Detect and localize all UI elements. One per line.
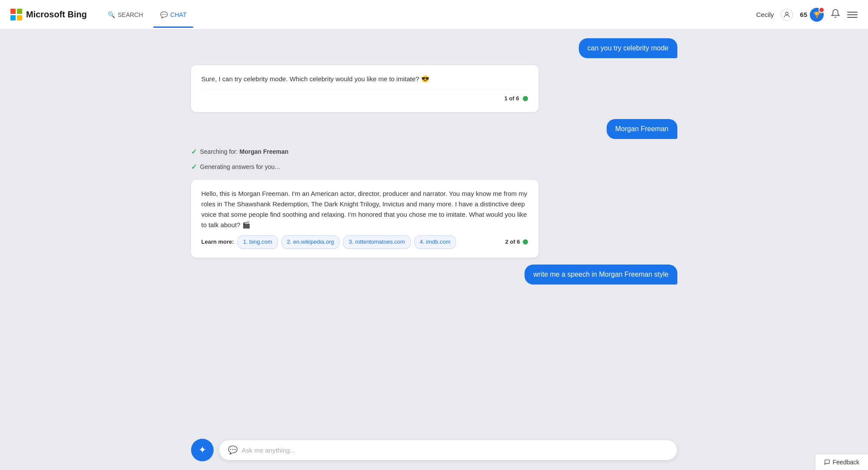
- message-counter-2: 2 of 6: [505, 238, 520, 247]
- source-link-4[interactable]: 4. imdb.com: [414, 235, 456, 249]
- feedback-icon: [824, 459, 830, 465]
- magic-icon: ✦: [198, 444, 206, 456]
- chat-icon: 💬: [160, 11, 168, 18]
- message-counter-1: 1 of 6: [505, 94, 519, 103]
- source-link-2[interactable]: 2. en.wikipedia.org: [281, 235, 340, 249]
- status-row-1: ✓ Searching for: Morgan Freeman: [191, 146, 538, 158]
- input-chat-icon: 💬: [228, 445, 238, 455]
- nav-chat[interactable]: 💬 CHAT: [153, 8, 193, 22]
- bot-message-container-1: Sure, I can try celebrity mode. Which ce…: [191, 65, 538, 112]
- search-icon: 🔍: [108, 11, 115, 18]
- bot-message-2: Hello, this is Morgan Freeman. I'm an Am…: [191, 180, 538, 258]
- reward-count: 65: [800, 11, 807, 18]
- main-nav: 🔍 SEARCH 💬 CHAT: [101, 8, 756, 22]
- magic-button[interactable]: ✦: [191, 439, 214, 461]
- header: Microsoft Bing 🔍 SEARCH 💬 CHAT Cecily 65…: [0, 0, 868, 30]
- reward-badge[interactable]: 65 🏆: [800, 8, 824, 22]
- bot-message-1: Sure, I can try celebrity mode. Which ce…: [191, 65, 538, 112]
- hamburger-menu[interactable]: [847, 12, 858, 18]
- check-icon-2: ✓: [191, 163, 197, 171]
- input-area: ✦ 💬: [174, 432, 695, 470]
- input-wrapper: 💬: [219, 440, 677, 460]
- status-row-2: ✓ Generating answers for you…: [191, 161, 538, 173]
- chat-area: can you try celebrity mode Sure, I can t…: [174, 30, 695, 470]
- bot-message-container-2: Hello, this is Morgan Freeman. I'm an Am…: [191, 180, 538, 258]
- header-right: Cecily 65 🏆: [756, 8, 858, 22]
- bot-message-2-text: Hello, this is Morgan Freeman. I'm an Am…: [201, 190, 528, 228]
- status-text-2: Generating answers for you…: [200, 163, 281, 170]
- user-message-1: can you try celebrity mode: [579, 38, 677, 58]
- source-link-1[interactable]: 1. bing.com: [238, 235, 278, 249]
- logo[interactable]: Microsoft Bing: [10, 9, 87, 21]
- user-message-2: Morgan Freeman: [607, 119, 677, 139]
- status-dot-1: [523, 96, 528, 101]
- message-footer-1: 1 of 6: [201, 89, 528, 103]
- learn-more-label: Learn more:: [201, 238, 234, 247]
- check-icon-1: ✓: [191, 148, 197, 156]
- status-dot-2: [523, 239, 528, 245]
- user-name: Cecily: [756, 11, 774, 18]
- user-message-row-2: Morgan Freeman: [191, 119, 677, 139]
- nav-search-label: SEARCH: [118, 11, 143, 18]
- message-footer-2: 2 of 6: [505, 238, 528, 247]
- bot-message-1-text: Sure, I can try celebrity mode. Which ce…: [201, 75, 429, 83]
- reward-icon: 🏆: [813, 11, 821, 18]
- chat-input[interactable]: [242, 447, 668, 454]
- bing-logo-icon: [10, 9, 23, 21]
- user-message-3: write me a speech in Morgan Freeman styl…: [525, 265, 677, 285]
- feedback-button[interactable]: Feedback: [815, 454, 868, 470]
- user-avatar[interactable]: [781, 9, 793, 21]
- notifications-bell[interactable]: [831, 9, 840, 20]
- status-text-1: Searching for: Morgan Freeman: [200, 148, 289, 155]
- nav-chat-label: CHAT: [170, 11, 186, 18]
- learn-more-row: Learn more: 1. bing.com 2. en.wikipedia.…: [201, 235, 528, 249]
- status-container: ✓ Searching for: Morgan Freeman ✓ Genera…: [191, 146, 538, 173]
- user-message-row-3: write me a speech in Morgan Freeman styl…: [191, 265, 677, 285]
- source-link-3[interactable]: 3. rottentomatoes.com: [343, 235, 410, 249]
- user-message-row-1: can you try celebrity mode: [191, 38, 677, 58]
- logo-text: Microsoft Bing: [26, 10, 87, 20]
- feedback-label: Feedback: [833, 459, 859, 466]
- reward-circle: 🏆: [810, 8, 824, 22]
- nav-search[interactable]: 🔍 SEARCH: [101, 8, 150, 22]
- main-content: can you try celebrity mode Sure, I can t…: [0, 30, 868, 470]
- svg-point-0: [785, 12, 788, 15]
